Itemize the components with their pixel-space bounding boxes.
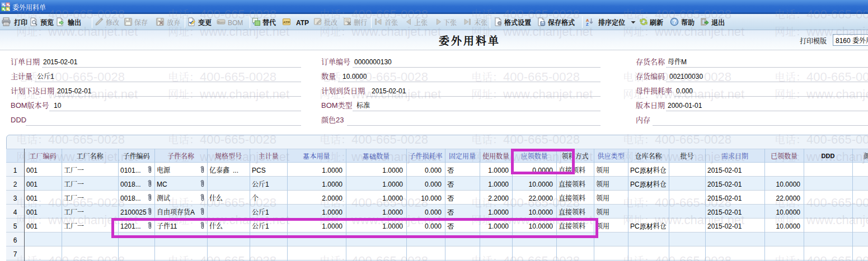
svg-text:ATP: ATP xyxy=(283,20,290,24)
svg-text:Bom: Bom xyxy=(218,21,224,24)
svg-text:?: ? xyxy=(673,18,676,25)
svg-text:Z: Z xyxy=(586,22,589,26)
